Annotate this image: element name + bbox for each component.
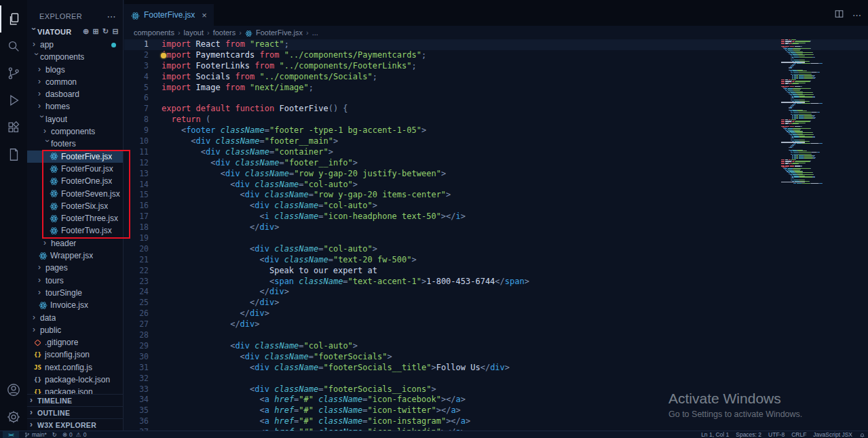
more-editor-actions-icon[interactable]: ⋯ [852,10,861,20]
tree-folder-dasboard[interactable]: ›dasboard [27,88,123,100]
code-line-2[interactable]: 2import Paymentcards from "../components… [124,50,868,61]
code-line-28[interactable]: 28 [124,330,868,341]
code-line-31[interactable]: 31 <div className="footerSocials__title"… [124,363,868,374]
more-actions-icon[interactable]: ⋯ [107,12,116,22]
status-item[interactable]: UTF-8 [768,431,785,438]
code-line-22[interactable]: 22 Speak to our expert at [124,266,868,277]
collapse-all-icon[interactable]: ⊟ [112,27,119,36]
split-editor-icon[interactable] [834,9,844,22]
code-line-25[interactable]: 25 </div> [124,298,868,308]
code-line-24[interactable]: 24 </div> [124,287,868,298]
code-line-34[interactable]: 34 <a href="#" className="icon-facebook"… [124,395,868,405]
code-line-6[interactable]: 6 [124,93,868,104]
problems-status[interactable]: ⊗ 0 ⚠ 0 [62,431,87,438]
code-line-8[interactable]: 8 return ( [124,115,868,125]
code-line-21[interactable]: 21 <div className="text-20 fw-500"> [124,255,868,266]
code-line-17[interactable]: 17 <i className="icon-headphone text-50"… [124,212,868,222]
tree-file-FooterTwo.jsx[interactable]: FooterTwo.jsx [27,224,123,237]
tree-folder-public[interactable]: ›public [27,324,123,336]
tree-folder-tours[interactable]: ›tours [27,275,123,287]
documents-icon[interactable] [0,141,27,168]
tree-file-next.config.js[interactable]: JSnext.config.js [27,361,123,374]
code-line-4[interactable]: 4import Socials from "../components/Soci… [124,72,868,83]
settings-gear-icon[interactable] [0,403,27,431]
status-item[interactable]: JavaScript JSX [813,431,852,438]
tree-folder-pages[interactable]: ›pages [27,262,123,274]
tree-folder-data[interactable]: ›data [27,312,123,324]
account-icon[interactable] [0,376,27,403]
source-control-icon[interactable] [0,60,27,87]
tree-file-package.json[interactable]: {}package.json [27,386,123,394]
code-line-18[interactable]: 18 </div> [124,222,868,233]
panel-timeline[interactable]: › TIMELINE [27,394,123,406]
code-line-19[interactable]: 19 [124,233,868,244]
code-line-30[interactable]: 30 <div className="footerSocials"> [124,352,868,363]
tree-folder-header[interactable]: ›header [27,237,123,250]
extensions-icon[interactable] [0,114,27,141]
tree-file-Wrapper.jsx[interactable]: Wrapper.jsx [27,250,123,262]
code-line-16[interactable]: 16 <div className="col-auto"> [124,201,868,212]
code-line-5[interactable]: 5import Image from "next/image"; [124,83,868,94]
code-line-14[interactable]: 14 <div className="col-auto"> [124,180,868,191]
tree-folder-layout[interactable]: ›layout [27,113,123,125]
code-line-36[interactable]: 36 <a href="#" className="icon-instagram… [124,416,868,427]
remote-indicator-icon[interactable]: >< [3,431,19,438]
code-line-1[interactable]: 1import React from "react"; [124,39,868,50]
tab-footerfive[interactable]: FooterFive.jsx × [124,4,214,26]
tree-file-FooterSeven.jsx[interactable]: FooterSeven.jsx [27,188,123,200]
tree-file-.gitignore[interactable]: .gitignore [27,336,123,349]
breadcrumb-item[interactable]: footers [213,28,236,37]
git-branch-status[interactable]: main* [24,431,47,438]
status-item[interactable]: CRLF [791,431,806,438]
minimap[interactable] [781,39,865,431]
search-icon[interactable] [0,33,27,60]
tree-file-FooterFive.jsx[interactable]: FooterFive.jsx [27,151,123,163]
tree-folder-components[interactable]: ›components [27,125,123,138]
lightbulb-icon[interactable] [161,53,166,58]
breadcrumb-item[interactable]: layout [184,28,204,37]
explorer-icon[interactable] [0,5,27,33]
sync-icon[interactable]: ↻ [52,431,57,438]
code-line-9[interactable]: 9 <footer className="footer -type-1 bg-a… [124,125,868,136]
editor-pane[interactable]: 1import React from "react";2import Payme… [124,39,868,431]
panel-w3x-explorer[interactable]: › W3X EXPLORER [27,418,123,431]
status-item[interactable]: Ln 1, Col 1 [701,431,729,438]
tree-file-FooterSix.jsx[interactable]: FooterSix.jsx [27,200,123,212]
project-section-header[interactable]: › VIATOUR ⊕ ⊞ ↻ ⊟ [27,24,123,39]
panel-outline[interactable]: › OUTLINE [27,406,123,418]
new-file-icon[interactable]: ⊕ [83,27,90,36]
notifications-bell-icon[interactable] [859,432,865,438]
code-line-26[interactable]: 26 </div> [124,308,868,319]
tree-file-FooterOne.jsx[interactable]: FooterOne.jsx [27,175,123,187]
tree-file-FooterThree.jsx[interactable]: FooterThree.jsx [27,212,123,224]
code-line-3[interactable]: 3import FooterLinks from "../components/… [124,61,868,72]
code-line-11[interactable]: 11 <div className="container"> [124,147,868,158]
new-folder-icon[interactable]: ⊞ [92,27,99,36]
tree-folder-footers[interactable]: ›footers [27,138,123,150]
tree-file-FooterFour.jsx[interactable]: FooterFour.jsx [27,163,123,175]
status-item[interactable]: Spaces: 2 [736,431,761,438]
code-line-35[interactable]: 35 <a href="#" className="icon-twitter">… [124,405,868,416]
tree-folder-homes[interactable]: ›homes [27,100,123,113]
tree-folder-app[interactable]: ›app [27,39,123,51]
code-line-33[interactable]: 33 <div className="footerSocials__icons"… [124,384,868,395]
tree-file-jsconfig.json[interactable]: {}jsconfig.json [27,349,123,361]
breadcrumb-item[interactable]: FooterFive.jsx [256,28,303,37]
code-line-23[interactable]: 23 <span className="text-accent-1">1-800… [124,277,868,287]
code-line-12[interactable]: 12 <div className="footer__info"> [124,158,868,169]
tree-folder-tourSingle[interactable]: ›tourSingle [27,287,123,299]
code-line-20[interactable]: 20 <div className="col-auto"> [124,244,868,255]
code-line-7[interactable]: 7export default function FooterFive() { [124,104,868,115]
code-line-10[interactable]: 10 <div className="footer__main"> [124,136,868,147]
tree-file-Invoice.jsx[interactable]: Invoice.jsx [27,299,123,311]
tree-folder-components[interactable]: ›components [27,51,123,63]
code-line-32[interactable]: 32 [124,374,868,384]
tree-file-package-lock.json[interactable]: {}package-lock.json [27,374,123,386]
tree-folder-common[interactable]: ›common [27,76,123,88]
breadcrumb-item[interactable]: ... [312,28,318,37]
code-line-13[interactable]: 13 <div className="row y-gap-20 justify-… [124,169,868,180]
close-icon[interactable]: × [202,10,207,20]
run-and-debug-icon[interactable] [0,87,27,114]
breadcrumb-item[interactable]: components [134,28,174,37]
code-line-29[interactable]: 29 <div className="col-auto"> [124,341,868,352]
